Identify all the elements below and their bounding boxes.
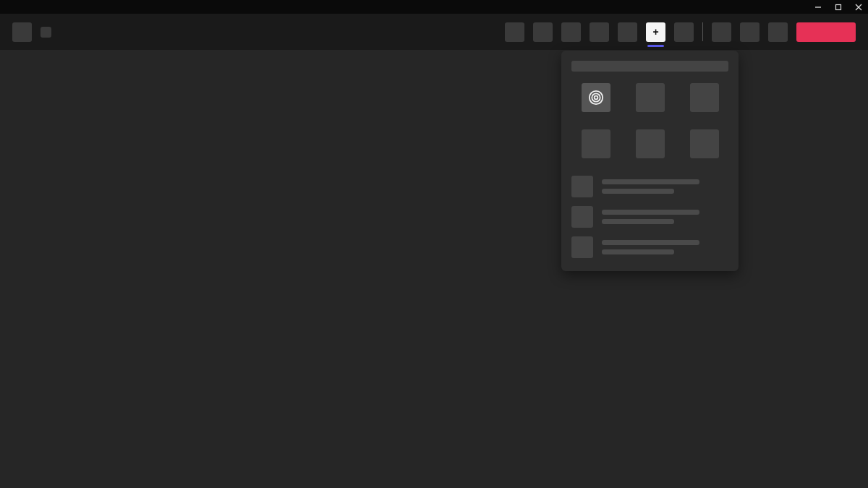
- tool-5[interactable]: Tool 5: [636, 129, 665, 158]
- toolbar-divider: [702, 22, 703, 41]
- list-item-lines: List item title 1 Subtitle 1: [602, 179, 728, 194]
- toolbar: App Menu Nav 1 Nav 2 Nav 3 Nav 4 Nav 5 +…: [0, 14, 868, 50]
- list-item-lines: List item title 3 Subtitle 3: [602, 240, 728, 254]
- plus-icon: +: [652, 27, 658, 37]
- list-item-subtitle: Subtitle 2: [602, 219, 674, 224]
- add-popover: Spiral Tool 2 Tool 3 Tool 4 Tool 5 Tool …: [561, 51, 739, 271]
- primary-cta-button[interactable]: Action: [796, 22, 856, 42]
- tool-button-b[interactable]: Tool B: [740, 22, 760, 42]
- spiral-icon: [588, 90, 604, 106]
- nav-button-1[interactable]: Nav 1: [505, 22, 524, 42]
- tool-4[interactable]: Tool 4: [582, 129, 610, 158]
- nav-button-4[interactable]: Nav 4: [590, 22, 609, 42]
- tool-2[interactable]: Tool 2: [636, 83, 665, 112]
- svg-point-5: [592, 93, 600, 101]
- list-item-lines: List item title 2 Subtitle 2: [602, 210, 728, 224]
- app-logo[interactable]: App: [12, 22, 32, 42]
- tool-3[interactable]: Tool 3: [690, 83, 719, 112]
- nav-button-2[interactable]: Nav 2: [533, 22, 553, 42]
- popover-suggestion-list: List item title 1 Subtitle 1 List item t…: [571, 176, 728, 258]
- tool-6[interactable]: Tool 6: [690, 129, 719, 158]
- window-minimize-button[interactable]: Minimize: [813, 2, 823, 12]
- tool-button-c[interactable]: Tool C: [768, 22, 788, 42]
- svg-point-6: [594, 96, 597, 100]
- list-item-subtitle: Subtitle 1: [602, 189, 674, 194]
- nav-button-3[interactable]: Nav 3: [561, 22, 581, 42]
- list-item[interactable]: List item title 3 Subtitle 3: [571, 236, 728, 258]
- list-item-thumb: [571, 206, 593, 228]
- window-maximize-button[interactable]: Maximize: [833, 2, 843, 12]
- list-item-subtitle: Subtitle 3: [602, 249, 674, 254]
- window-close-button[interactable]: Close: [854, 2, 864, 12]
- popover-search-input[interactable]: [571, 61, 728, 72]
- menu-button[interactable]: Menu: [41, 27, 51, 38]
- titlebar: Minimize Maximize Close: [0, 0, 868, 14]
- toolbar-left: App Menu: [12, 22, 51, 42]
- add-button[interactable]: +: [646, 22, 665, 42]
- svg-rect-1: [836, 4, 841, 9]
- tool-button-a[interactable]: Tool A: [712, 22, 731, 42]
- canvas[interactable]: Spiral Tool 2 Tool 3 Tool 4 Tool 5 Tool …: [0, 50, 868, 488]
- nav-button-5[interactable]: Nav 5: [618, 22, 637, 42]
- list-item-thumb: [571, 236, 593, 258]
- tool-spiral[interactable]: Spiral: [582, 83, 610, 112]
- list-item[interactable]: List item title 2 Subtitle 2: [571, 206, 728, 228]
- popover-tool-grid: Spiral Tool 2 Tool 3 Tool 4 Tool 5 Tool …: [571, 83, 728, 158]
- list-item-title: List item title 3: [602, 240, 699, 245]
- list-item[interactable]: List item title 1 Subtitle 1: [571, 176, 728, 197]
- list-item-title: List item title 2: [602, 210, 699, 215]
- list-item-thumb: [571, 176, 593, 197]
- extra-button-1[interactable]: Extra 1: [674, 22, 694, 42]
- toolbar-right: Nav 1 Nav 2 Nav 3 Nav 4 Nav 5 + Extra 1 …: [505, 22, 856, 42]
- list-item-title: List item title 1: [602, 179, 699, 184]
